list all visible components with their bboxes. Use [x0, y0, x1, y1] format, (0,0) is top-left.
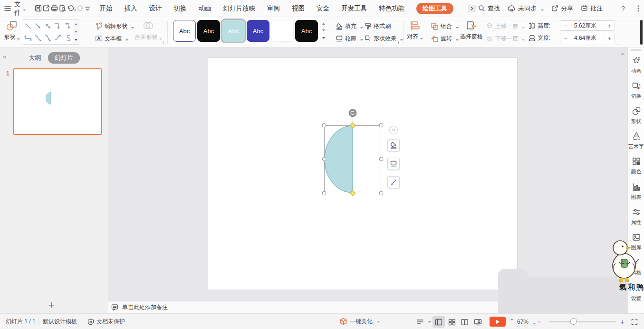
- tab-view[interactable]: 视图: [292, 4, 305, 13]
- shape-style-swatch-5[interactable]: [271, 20, 294, 42]
- undo-icon[interactable]: [67, 2, 75, 15]
- tab-slideshow[interactable]: 幻灯片放映: [223, 4, 256, 13]
- group-dropdown[interactable]: 组合: [431, 21, 459, 31]
- tab-drawing-tools-active[interactable]: 绘图工具: [416, 3, 453, 14]
- sidebar-item-color[interactable]: 颜色: [628, 157, 644, 175]
- rotate-dropdown[interactable]: 旋转: [431, 34, 459, 43]
- tab-transitions[interactable]: 切换: [174, 4, 187, 13]
- send-backward-dropdown[interactable]: 下移一层: [486, 34, 525, 43]
- sync-status-button[interactable]: 未同步: [505, 4, 546, 13]
- sidebar-item-wordart[interactable]: 艺术字: [628, 132, 644, 150]
- redo-icon[interactable]: [77, 2, 85, 15]
- connector-elbow[interactable]: [53, 20, 63, 32]
- resize-handle-top-right[interactable]: [379, 123, 384, 128]
- format-painter-button[interactable]: 格式刷: [364, 21, 391, 31]
- textbox-dropdown[interactable]: 文本框: [95, 34, 128, 43]
- tab-special-features[interactable]: 特色功能: [379, 4, 404, 13]
- resize-handle-mid-left[interactable]: [322, 157, 327, 161]
- print-preview-icon[interactable]: [58, 2, 67, 15]
- freeform-s-curve[interactable]: [63, 32, 73, 45]
- add-slide-button[interactable]: +: [46, 299, 57, 311]
- slideshow-play-button[interactable]: [490, 317, 506, 327]
- notes-toggle-button[interactable]: [416, 314, 431, 329]
- export-icon[interactable]: [42, 2, 50, 15]
- outline-color-icon[interactable]: [387, 158, 400, 170]
- comment-button[interactable]: 批注: [578, 4, 605, 13]
- dialog-launcher-icon[interactable]: [617, 42, 620, 45]
- fill-color-icon[interactable]: [387, 139, 400, 151]
- gallery-scroll-down-icon[interactable]: [73, 28, 79, 36]
- fill-dropdown[interactable]: 填充: [336, 21, 363, 31]
- print-icon[interactable]: [50, 2, 58, 15]
- tab-security[interactable]: 安全: [317, 4, 329, 13]
- connector-elbow-double[interactable]: [23, 32, 33, 45]
- tab-slides-active[interactable]: 幻灯片: [48, 52, 80, 64]
- resize-handle-bottom-right[interactable]: [379, 191, 384, 196]
- tab-developer[interactable]: 开发工具: [341, 4, 367, 13]
- reading-view-button[interactable]: [458, 316, 471, 328]
- slide-sorter-button[interactable]: [446, 316, 458, 328]
- style-scroll-up-icon[interactable]: [320, 20, 327, 27]
- gallery-more-icon[interactable]: [73, 36, 79, 44]
- bring-forward-dropdown[interactable]: 上移一层: [486, 21, 525, 31]
- connector-diagonal-double-arrow[interactable]: [43, 20, 53, 32]
- tab-animations[interactable]: 动画: [199, 4, 211, 13]
- collapse-minus-icon[interactable]: [389, 126, 398, 134]
- share-button[interactable]: 分享: [549, 4, 576, 13]
- save-icon[interactable]: [34, 2, 42, 15]
- more-commands-icon[interactable]: [85, 2, 90, 15]
- rotation-handle[interactable]: [349, 109, 357, 117]
- duck-mascot[interactable]: [610, 237, 641, 283]
- tab-home[interactable]: 开始: [100, 4, 113, 13]
- connector-curved-double-arrow[interactable]: [53, 32, 63, 45]
- outline-dropdown[interactable]: 轮廓: [336, 34, 363, 43]
- tab-overflow-icon[interactable]: [468, 5, 476, 12]
- sidebar-item-chart[interactable]: 图表: [628, 182, 644, 201]
- help-button[interactable]: ?: [617, 2, 629, 15]
- shape-style-swatch-6[interactable]: Abc: [295, 20, 318, 42]
- width-decrease-button[interactable]: −: [560, 33, 571, 43]
- merge-shapes-dropdown[interactable]: 合并形状: [134, 19, 163, 41]
- dialog-launcher-icon[interactable]: [161, 41, 164, 44]
- shape-style-swatch-3-selected[interactable]: Abc: [222, 20, 245, 42]
- height-value-input[interactable]: 5.62厘米: [571, 21, 604, 30]
- projector-view-button[interactable]: [471, 316, 484, 328]
- sidebar-item-properties[interactable]: 属性: [628, 207, 644, 226]
- sidebar-item-transition[interactable]: 切换: [628, 81, 644, 100]
- sidebar-item-shape[interactable]: 形状: [628, 106, 644, 125]
- zoom-slider-thumb[interactable]: [570, 318, 577, 325]
- connector-curved[interactable]: [33, 32, 43, 45]
- width-increase-button[interactable]: +: [604, 33, 615, 43]
- more-menu-icon[interactable]: [632, 2, 644, 15]
- connector-curved-arrow[interactable]: [43, 32, 53, 45]
- zoom-in-button[interactable]: +: [620, 314, 625, 329]
- tab-review[interactable]: 审阅: [267, 4, 280, 13]
- resize-handle-mid-right[interactable]: [379, 157, 384, 161]
- width-value-input[interactable]: 4.64厘米: [571, 33, 604, 43]
- beautify-button[interactable]: 一键美化: [339, 314, 380, 329]
- file-menu[interactable]: 文件: [11, 2, 29, 15]
- zoom-level-dropdown[interactable]: 67%: [517, 314, 536, 329]
- play-options-icon[interactable]: [510, 319, 513, 322]
- editing-canvas[interactable]: [108, 47, 627, 301]
- shapes-dropdown[interactable]: 形状: [3, 19, 21, 41]
- selection-pane-button[interactable]: 选择窗格: [458, 20, 485, 41]
- find-button[interactable]: 查找: [476, 4, 502, 13]
- tab-outline[interactable]: 大纲: [29, 54, 41, 62]
- shape-style-swatch-4[interactable]: Abc: [247, 20, 269, 42]
- brush-style-icon[interactable]: [387, 176, 400, 188]
- slide-thumbnail-1[interactable]: [13, 68, 102, 135]
- align-dropdown[interactable]: 对齐: [406, 20, 424, 41]
- template-name-button[interactable]: 默认设计模板: [43, 314, 77, 329]
- normal-view-button[interactable]: [433, 316, 445, 328]
- dialog-launcher-icon[interactable]: [395, 41, 399, 44]
- connector-diagonal-line[interactable]: [23, 20, 33, 32]
- height-increase-button[interactable]: +: [604, 21, 615, 30]
- sidebar-resize-handle[interactable]: [631, 49, 641, 51]
- connector-elbow-arrow[interactable]: [63, 20, 73, 32]
- style-scroll-down-icon[interactable]: [320, 27, 327, 34]
- canvas-scroll-up-icon[interactable]: [621, 50, 625, 55]
- hamburger-menu-icon[interactable]: [4, 2, 11, 15]
- fit-window-button[interactable]: [631, 314, 638, 329]
- sidebar-item-animation[interactable]: 动画: [628, 56, 644, 75]
